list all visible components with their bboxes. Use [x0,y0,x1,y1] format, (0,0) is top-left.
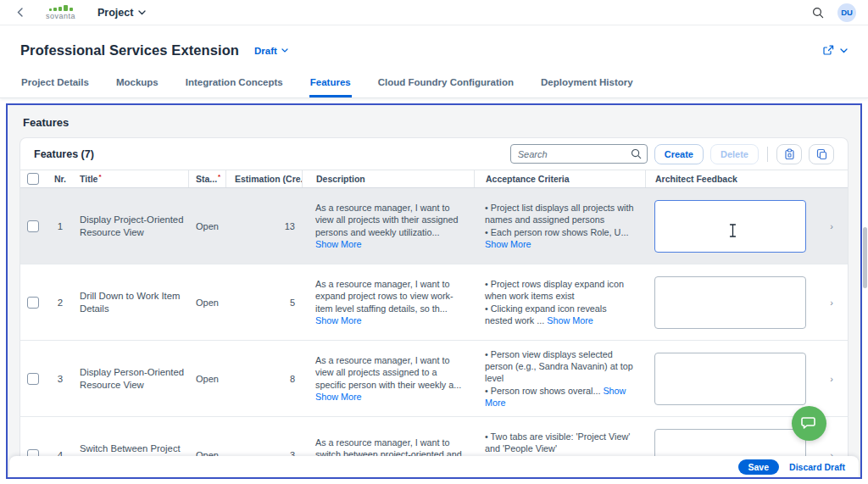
feature-estimation: 8 [225,341,302,416]
feature-status: Open [188,188,225,264]
delete-button: Delete [710,144,759,164]
show-more-link[interactable]: Show More [315,315,362,325]
project-menu[interactable]: Project [97,7,146,19]
show-more-link[interactable]: Show More [485,239,531,249]
feature-estimation: 13 [225,188,302,264]
column-header-acceptance-criteria[interactable]: Acceptance Criteria [474,170,645,187]
toolbar-separator [767,147,768,162]
vertical-scrollbar[interactable] [863,227,867,288]
feature-status: Open [188,341,225,416]
row-nav-chevron-icon[interactable]: › [815,188,848,264]
page-title: Professional Services Extension [20,42,239,58]
feature-title: Drill Down to Work Item Details [75,264,188,340]
features-panel: Features Features (7) Create Delete [6,103,862,479]
table-search [510,144,648,164]
required-marker: * [218,173,220,181]
row-number: 2 [46,264,75,340]
chat-fab-button[interactable] [792,406,826,441]
column-header-title[interactable]: Title* [75,170,188,187]
features-table-card: Features (7) Create Delete [19,137,849,476]
search-icon[interactable] [812,7,824,19]
create-button[interactable]: Create [654,144,704,164]
paste-icon[interactable] [776,144,802,164]
table-title: Features (7) [34,148,94,160]
select-all-checkbox[interactable] [27,173,39,185]
page-header: Professional Services Extension Draft [0,25,868,58]
avatar[interactable]: DU [837,3,856,22]
row-number: 3 [46,341,75,416]
search-input[interactable] [510,144,648,164]
table-header-row: Nr. Title* Sta...* Estimation (Cre... De… [20,170,848,188]
row-checkbox[interactable] [27,297,39,309]
tab-cloud-foundry-configuration[interactable]: Cloud Foundry Configuration [377,72,515,97]
tab-integration-concepts[interactable]: Integration Concepts [185,72,284,97]
speech-bubble-icon [801,416,817,431]
feature-description: As a resource manager, I want to view al… [315,355,461,390]
row-nav-chevron-icon[interactable]: › [815,341,848,416]
row-checkbox[interactable] [27,220,39,232]
back-icon[interactable] [8,3,31,22]
column-header-estimation[interactable]: Estimation (Cre... [225,170,302,187]
chevron-down-icon[interactable] [840,48,848,53]
logo-dots-icon [49,4,73,11]
copy-icon[interactable] [809,144,834,164]
feature-acceptance-criteria: • Project list displays all projects wit… [485,203,633,237]
shell-bar: sovanta Project DU [0,0,868,25]
table-row[interactable]: 3 Display Person-Oriented Resource View … [20,341,848,417]
search-icon[interactable] [631,147,642,163]
column-header-architect-feedback[interactable]: Architect Feedback [645,170,815,187]
column-header-status[interactable]: Sta...* [188,170,225,187]
project-menu-label: Project [97,7,133,19]
column-header-description[interactable]: Description [302,170,474,187]
table-row[interactable]: 1 Display Project-Oriented Resource View… [20,188,848,264]
row-nav-chevron-icon[interactable]: › [815,264,848,340]
feature-description: As a resource manager, I want to expand … [315,279,453,314]
share-button[interactable] [822,44,835,57]
table-row[interactable]: 2 Drill Down to Work Item Details Open 5… [20,264,848,341]
draft-status-label: Draft [254,46,277,56]
logo-text: sovanta [46,12,75,20]
tab-project-details[interactable]: Project Details [20,72,90,97]
feature-title: Display Person-Oriented Resource View [75,341,188,416]
feature-status: Open [188,264,225,340]
feature-title: Display Project-Oriented Resource View [75,188,188,264]
discard-draft-button[interactable]: Discard Draft [789,462,845,472]
architect-feedback-input[interactable] [654,200,806,253]
feature-description: As a resource manager, I want to view al… [315,203,459,237]
table-toolbar: Features (7) Create Delete [20,138,848,170]
tab-features[interactable]: Features [309,72,352,97]
chevron-down-icon [138,10,146,15]
footer-action-bar: Save Discard Draft [9,456,859,477]
tab-strip: Project Details Mockups Integration Conc… [0,72,868,98]
section-title: Features [8,105,860,137]
row-checkbox[interactable] [27,373,39,385]
chevron-down-icon [281,48,288,53]
feature-estimation: 5 [225,264,302,340]
tab-mockups[interactable]: Mockups [115,72,159,97]
draft-status-dropdown[interactable]: Draft [254,46,288,56]
tab-deployment-history[interactable]: Deployment History [540,72,634,97]
architect-feedback-input[interactable] [654,353,806,405]
show-more-link[interactable]: Show More [547,315,593,325]
show-more-link[interactable]: Show More [315,239,362,249]
column-header-nr[interactable]: Nr. [46,170,75,187]
save-button[interactable]: Save [738,459,780,475]
sovanta-logo[interactable]: sovanta [46,4,75,20]
show-more-link[interactable]: Show More [315,392,362,402]
architect-feedback-input[interactable] [654,276,806,329]
required-marker: * [98,173,101,181]
row-number: 1 [46,188,75,264]
